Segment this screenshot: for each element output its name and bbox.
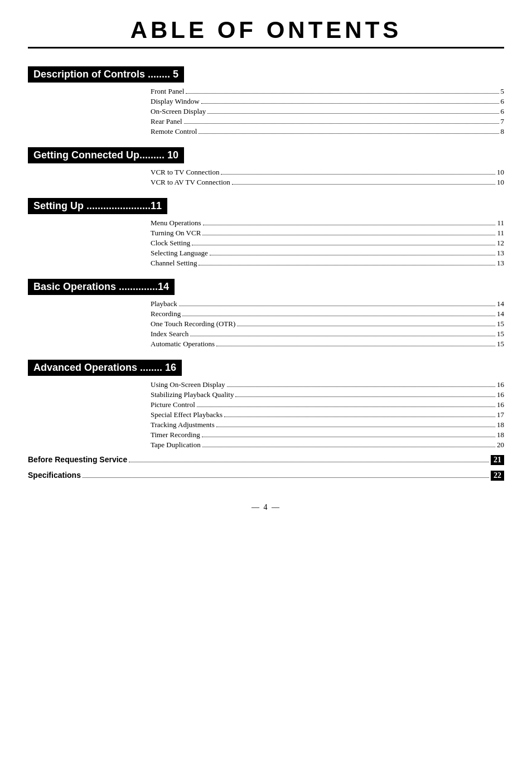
toc-full-page-number: 22 [491,471,504,481]
toc-entry: Turning On VCR11 [28,229,504,238]
toc-dots [129,462,489,462]
toc-dots [210,255,495,255]
toc-page-number: 20 [497,441,504,449]
toc-entry-text: Using On-Screen Display [151,380,225,389]
toc-entry: Recording14 [28,309,504,318]
toc-page-number: 10 [497,178,504,187]
toc-entry: Special Effect Playbacks17 [28,410,504,419]
toc-entry-text: On-Screen Display [151,107,206,116]
title-divider [28,47,504,49]
section-description-of-controls: Description of Controls ........ 5Front … [28,59,504,136]
toc-full-entry-text: Before Requesting Service [28,455,127,464]
toc-entry: Menu Operations11 [28,219,504,228]
toc-entry: Timer Recording18 [28,430,504,439]
toc-entry: Stabilizing Playback Quality16 [28,390,504,399]
toc-dots [202,447,495,447]
toc-entry-text: Stabilizing Playback Quality [151,390,234,399]
toc-dots [190,336,495,336]
toc-entry: Automatic Operations15 [28,340,504,349]
toc-entry-text: Clock Setting [151,239,190,248]
toc-dots [224,417,495,417]
toc-page-number: 17 [497,410,504,419]
toc-entry-text: VCR to AV TV Connection [151,178,230,187]
toc-entry: One Touch Recording (OTR)15 [28,320,504,328]
toc-dots [237,326,495,326]
toc-dots [179,306,495,306]
section-header-setting-up: Setting Up .......................11 [28,198,167,214]
toc-page-number: 12 [497,239,504,248]
toc-entry-text: Front Panel [151,87,184,96]
toc-entry-text: Automatic Operations [151,340,215,349]
toc-dots [186,93,499,94]
section-setting-up: Setting Up .......................11Menu… [28,190,504,268]
toc-dots [199,133,499,134]
toc-entry-text: Selecting Language [151,249,208,258]
section-specifications: Specifications22 [28,471,504,481]
toc-entry: VCR to TV Connection10 [28,168,504,177]
toc-entry-text: Rear Panel [151,117,182,126]
toc-entry-text: Remote Control [151,127,197,136]
toc-dots [192,245,495,245]
toc-page-number: 18 [497,420,504,429]
toc-entry-text: Recording [151,309,181,318]
toc-page-number: 7 [501,117,505,126]
toc-entry: Clock Setting12 [28,239,504,248]
toc-dots [184,123,499,124]
toc-dots [83,477,489,478]
toc-page-number: 13 [497,249,504,258]
toc-page-number: 8 [501,127,505,136]
toc-entry-text: Playback [151,299,177,308]
toc-full-page-number: 21 [491,455,504,465]
toc-entry-text: Tracking Adjustments [151,420,215,429]
toc-entry-full: Specifications22 [28,471,504,481]
toc-page-number: 14 [497,309,504,318]
toc-page-number: 16 [497,400,504,409]
toc-page-number: 15 [497,330,504,338]
toc-entry: Selecting Language13 [28,249,504,258]
toc-dots [203,225,496,225]
section-before-requesting-service: Before Requesting Service21 [28,455,504,465]
toc-page-number: 15 [497,340,504,349]
toc-full-entry-text: Specifications [28,471,81,480]
toc-page-number: 14 [497,299,504,308]
toc-entry: Channel Setting13 [28,259,504,268]
section-header-getting-connected-up: Getting Connected Up......... 10 [28,147,184,163]
page-title: ABLE OF ONTENTS [28,17,504,43]
toc-entry: Remote Control8 [28,127,504,136]
section-header-description-of-controls: Description of Controls ........ 5 [28,66,184,83]
toc-entry-text: Display Window [151,97,200,106]
toc-entry-text: Index Search [151,330,188,338]
toc-dots [232,184,495,185]
toc-dots [182,316,495,316]
toc-dots [197,407,495,407]
toc-dots [216,427,495,427]
toc-page-number: 13 [497,259,504,268]
toc-dots [202,235,495,235]
toc-page-number: 15 [497,320,504,328]
toc-entry: Display Window6 [28,97,504,106]
toc-entry: Playback14 [28,299,504,308]
toc-entry-text: Special Effect Playbacks [151,410,223,419]
toc-dots [235,396,495,397]
toc-entry: Index Search15 [28,330,504,338]
toc-entry: Tape Duplication20 [28,441,504,449]
section-header-advanced-operations: Advanced Operations ........ 16 [28,360,182,376]
section-advanced-operations: Advanced Operations ........ 16Using On-… [28,352,504,449]
toc-dots [199,265,495,265]
section-header-basic-operations: Basic Operations ..............14 [28,279,175,295]
toc-page-number: 10 [497,168,504,177]
toc-entry: VCR to AV TV Connection10 [28,178,504,187]
toc-page-number: 6 [501,107,505,116]
toc-dots [216,346,495,346]
toc-dots [221,174,495,175]
toc-entry: Front Panel5 [28,87,504,96]
toc-page-number: 11 [497,229,504,238]
toc-page-number: 16 [497,380,504,389]
page-footer: — 4 — [28,503,504,512]
section-basic-operations: Basic Operations ..............14Playbac… [28,271,504,349]
toc-entry: Using On-Screen Display16 [28,380,504,389]
toc-entry: Picture Control16 [28,400,504,409]
toc-entry-text: Channel Setting [151,259,197,268]
toc-entry-text: Menu Operations [151,219,201,228]
toc-dots [202,437,495,437]
